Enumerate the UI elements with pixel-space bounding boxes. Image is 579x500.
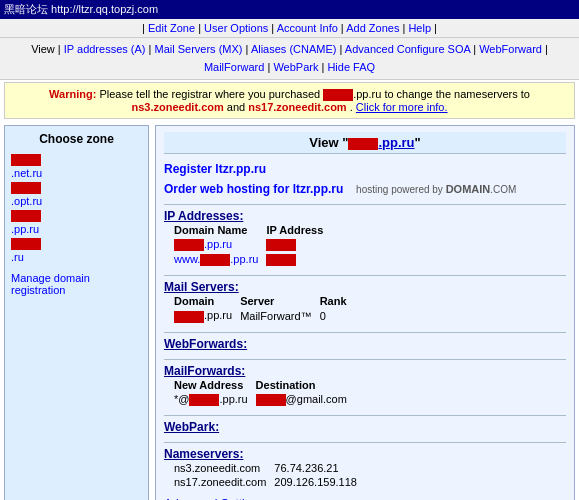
- nav-add-zones[interactable]: Add Zones: [346, 22, 399, 34]
- nameservers-link[interactable]: Nameservers:: [164, 447, 243, 461]
- mail-col-rank: Rank: [320, 294, 355, 308]
- view-nav: View | IP addresses (A) | Mail Servers (…: [0, 38, 579, 80]
- top-nav: | Edit Zone | User Options | Account Inf…: [0, 19, 579, 38]
- sidebar-item-4-redacted: [11, 238, 41, 250]
- nav-ip-addresses[interactable]: IP addresses (A): [64, 43, 146, 55]
- sidebar-item-1[interactable]: .net.ru: [11, 152, 142, 180]
- nav-webforward[interactable]: WebForward: [479, 43, 542, 55]
- mailforwards-link[interactable]: MailForwards:: [164, 364, 245, 378]
- sidebar-title: Choose zone: [11, 132, 142, 146]
- nameservers-section: Nameservers: ns3.zoneedit.com 76.74.236.…: [164, 447, 566, 489]
- mailforwards-section: MailForwards: New Address Destination *@…: [164, 364, 566, 407]
- ip-col-domain: Domain Name: [174, 223, 266, 237]
- mail-servers-link[interactable]: Mail Servers:: [164, 280, 239, 294]
- mf-row-1: *@ .pp.ru @gmail.com: [174, 392, 355, 407]
- mailforward-table: New Address Destination *@ .pp.ru @gmail…: [174, 378, 355, 407]
- divider-6: [164, 442, 566, 443]
- panel-domain-link[interactable]: .pp.ru: [348, 135, 414, 150]
- mail-table: Domain Server Rank .pp.ru MailForward™ 0: [174, 294, 355, 323]
- ip-row-1: .pp.ru: [174, 237, 331, 252]
- mail-row-1-domain: .pp.ru: [174, 308, 240, 323]
- sidebar-item-1-link[interactable]: .net.ru: [11, 166, 142, 180]
- order-hosting-link[interactable]: Order web hosting for ltzr.pp.ru: [164, 182, 343, 196]
- ip-row-1-ip: [266, 239, 296, 251]
- mailforwards-title: MailForwards:: [164, 364, 245, 378]
- register-section: Register ltzr.pp.ru Order web hosting fo…: [164, 162, 566, 196]
- nav-mail-servers[interactable]: Mail Servers (MX): [154, 43, 242, 55]
- sidebar-item-2-redacted: [11, 182, 41, 194]
- mail-col-server: Server: [240, 294, 320, 308]
- nav-edit-zone[interactable]: Edit Zone: [148, 22, 195, 34]
- sidebar-item-2-link[interactable]: .opt.ru: [11, 194, 142, 208]
- nav-aliases[interactable]: Aliases (CNAME): [251, 43, 337, 55]
- divider-1: [164, 204, 566, 205]
- ip-row-1-domain-redacted: [174, 239, 204, 251]
- webforwards-title: WebForwards:: [164, 337, 247, 351]
- advanced-settings-link[interactable]: Advanced Settings: [164, 497, 264, 500]
- warning-text2: to change the nameservers to: [384, 88, 530, 100]
- ip-row-2: www. .pp.ru: [174, 252, 331, 267]
- nav-help[interactable]: Help: [408, 22, 431, 34]
- register-link[interactable]: Register ltzr.pp.ru: [164, 162, 266, 176]
- panel-domain-redacted: [348, 138, 378, 150]
- sidebar-item-4-link[interactable]: .ru: [11, 250, 142, 264]
- hosting-banner: hosting powered by DOMAIN.COM: [353, 183, 516, 195]
- mail-row-1: .pp.ru MailForward™ 0: [174, 308, 355, 323]
- mail-row-1-server: MailForward™: [240, 308, 320, 323]
- warning-domain-suffix: .pp.ru: [353, 88, 381, 100]
- ns-row-2-name: ns17.zoneedit.com: [174, 475, 274, 489]
- ip-table: Domain Name IP Address .pp.ru www.: [174, 223, 331, 267]
- sidebar-item-3-link[interactable]: .pp.ru: [11, 222, 142, 236]
- nav-mailforward[interactable]: MailForward: [204, 61, 265, 73]
- ip-addresses-link[interactable]: IP Addresses:: [164, 209, 243, 223]
- ip-addresses-title: IP Addresses:: [164, 209, 243, 223]
- ns-row-1: ns3.zoneedit.com 76.74.236.21: [174, 461, 365, 475]
- warning-domain-redacted: ltzr: [323, 89, 353, 101]
- right-panel: View " .pp.ru" Register ltzr.pp.ru Order…: [155, 125, 575, 500]
- divider-4: [164, 359, 566, 360]
- manage-domain-link[interactable]: Manage domain registration: [11, 272, 142, 296]
- ns-row-2: ns17.zoneedit.com 209.126.159.118: [174, 475, 365, 489]
- order-hosting-row: Order web hosting for ltzr.pp.ru hosting…: [164, 182, 566, 196]
- ns-row-1-name: ns3.zoneedit.com: [174, 461, 274, 475]
- ns-row-1-ip: 76.74.236.21: [274, 461, 365, 475]
- warning-text: Please tell the registrar where you purc…: [99, 88, 323, 100]
- mf-col-new: New Address: [174, 378, 256, 392]
- divider-3: [164, 332, 566, 333]
- ns-row-2-ip: 209.126.159.118: [274, 475, 365, 489]
- mail-col-domain: Domain: [174, 294, 240, 308]
- ip-col-ip: IP Address: [266, 223, 331, 237]
- ns-table: ns3.zoneedit.com 76.74.236.21 ns17.zonee…: [174, 461, 365, 489]
- ip-addresses-section: IP Addresses: Domain Name IP Address .pp…: [164, 209, 566, 267]
- webpark-section: WebPark:: [164, 420, 566, 434]
- mail-row-1-domain-redacted: [174, 311, 204, 323]
- main-area: Choose zone .net.ru .opt.ru .pp.ru .ru M…: [0, 121, 579, 500]
- divider-5: [164, 415, 566, 416]
- sidebar-item-4[interactable]: .ru: [11, 236, 142, 264]
- nav-account-info[interactable]: Account Info: [277, 22, 338, 34]
- sidebar-item-2[interactable]: .opt.ru: [11, 180, 142, 208]
- nav-hide-faq[interactable]: Hide FAQ: [327, 61, 375, 73]
- mail-servers-title: Mail Servers:: [164, 280, 239, 294]
- warning-click-link[interactable]: Click for more info.: [356, 101, 448, 113]
- warning-label: Warning:: [49, 88, 96, 100]
- nameservers-title: Nameservers:: [164, 447, 243, 461]
- nav-advanced-configure[interactable]: Advanced Configure SOA: [345, 43, 470, 55]
- nav-user-options[interactable]: User Options: [204, 22, 268, 34]
- panel-title: View " .pp.ru": [164, 132, 566, 154]
- ip-row-1-domain[interactable]: .pp.ru: [174, 238, 232, 250]
- hosting-row: Register ltzr.pp.ru: [164, 162, 566, 176]
- mf-col-dest: Destination: [256, 378, 355, 392]
- nav-webpark[interactable]: WebPark: [273, 61, 318, 73]
- advanced-section: Advanced Settings Bulk Change DNS Record…: [164, 497, 566, 500]
- sidebar-item-3-redacted: [11, 210, 41, 222]
- ip-row-2-ip: [266, 254, 296, 266]
- mf-row-1-dest-redacted: [256, 394, 286, 406]
- webpark-link[interactable]: WebPark:: [164, 420, 219, 434]
- webforwards-link[interactable]: WebForwards:: [164, 337, 247, 351]
- mail-servers-section: Mail Servers: Domain Server Rank .pp.ru: [164, 280, 566, 323]
- divider-2: [164, 275, 566, 276]
- sidebar-item-3[interactable]: .pp.ru: [11, 208, 142, 236]
- ip-row-2-domain[interactable]: www. .pp.ru: [174, 253, 258, 265]
- title-bar: 黑暗论坛 http://ltzr.qq.topzj.com: [0, 0, 579, 19]
